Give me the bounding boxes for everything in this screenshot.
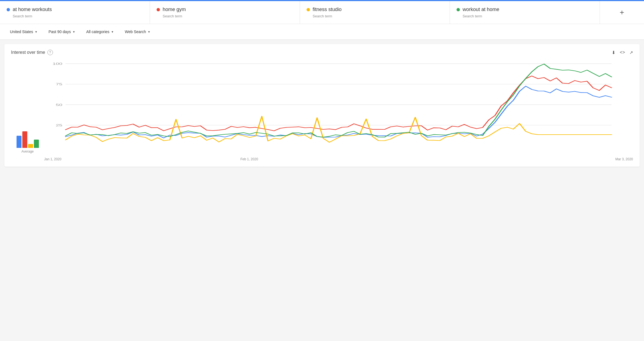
filter-label-search_type: Web Search [125,30,146,34]
term-dot-2 [157,8,160,11]
chevron-region: ▼ [35,30,37,33]
add-term-cell[interactable]: + [600,1,644,24]
x-label-1: Jan 1, 2020 [44,157,240,161]
term-dot-1 [7,8,10,11]
chart-area: Average 100755025 Jan 1, 2020Feb 1, 2020… [11,61,633,161]
filter-label-period: Past 90 days [49,30,71,34]
svg-text:100: 100 [52,62,62,66]
term-name-2: home gym [157,7,293,12]
chart-header: Interest over time ? ⬇ <> ↗ [11,50,633,55]
filter-btn-region[interactable]: United States▼ [7,28,41,36]
term-sublabel-4: Search term [463,14,593,18]
average-bar-section: Average [11,61,44,161]
filter-btn-category[interactable]: All categories▼ [83,28,117,36]
share-icon[interactable]: ↗ [629,50,633,55]
term-name-4: workout at home [457,7,593,12]
term-dot-3 [307,8,310,11]
search-term-cell-3[interactable]: fitness studio Search term [300,1,450,24]
chart-section: Interest over time ? ⬇ <> ↗ Average 1007… [4,44,640,167]
svg-text:50: 50 [56,103,62,107]
term-label-text-4: workout at home [463,7,499,12]
svg-text:25: 25 [56,123,62,127]
filters-row: United States▼Past 90 days▼All categorie… [0,24,644,40]
chevron-category: ▼ [111,30,114,33]
embed-icon[interactable]: <> [620,50,625,55]
avg-bar-2 [22,131,27,148]
x-label-3: Mar 3, 2020 [437,157,633,161]
search-term-cell-1[interactable]: at home workouts Search term [0,1,150,24]
chart-actions: ⬇ <> ↗ [612,50,633,55]
filter-btn-period[interactable]: Past 90 days▼ [45,28,79,36]
help-icon[interactable]: ? [47,50,53,55]
term-sublabel-3: Search term [313,14,443,18]
filter-label-region: United States [10,30,33,34]
search-term-cell-4[interactable]: workout at home Search term [450,1,600,24]
chart-title: Interest over time [11,50,45,55]
line-chart-container: 100755025 Jan 1, 2020Feb 1, 2020Mar 3, 2… [44,61,633,161]
term-dot-4 [457,8,460,11]
term-label-text-3: fitness studio [313,7,342,12]
search-terms-row: at home workouts Search term home gym Se… [0,1,644,24]
term-name-3: fitness studio [307,7,443,12]
avg-bar-4 [34,140,39,148]
x-axis-labels: Jan 1, 2020Feb 1, 2020Mar 3, 2020 [44,156,633,161]
line-chart: 100755025 [44,61,633,154]
chevron-search_type: ▼ [148,30,151,33]
search-term-cell-2[interactable]: home gym Search term [150,1,300,24]
avg-bar-3 [28,144,33,148]
chevron-period: ▼ [73,30,75,33]
filter-btn-search_type[interactable]: Web Search▼ [122,28,154,36]
term-sublabel-2: Search term [163,14,293,18]
avg-bars [17,126,39,148]
avg-bar-1 [17,136,22,148]
download-icon[interactable]: ⬇ [612,50,615,55]
term-label-text-1: at home workouts [13,7,52,12]
svg-text:75: 75 [56,82,62,86]
chart-title-row: Interest over time ? [11,50,53,55]
term-sublabel-1: Search term [13,14,143,18]
term-name-1: at home workouts [7,7,143,12]
x-label-2: Feb 1, 2020 [240,157,437,161]
term-label-text-2: home gym [163,7,186,12]
filter-label-category: All categories [86,30,109,34]
average-label: Average [22,150,34,153]
